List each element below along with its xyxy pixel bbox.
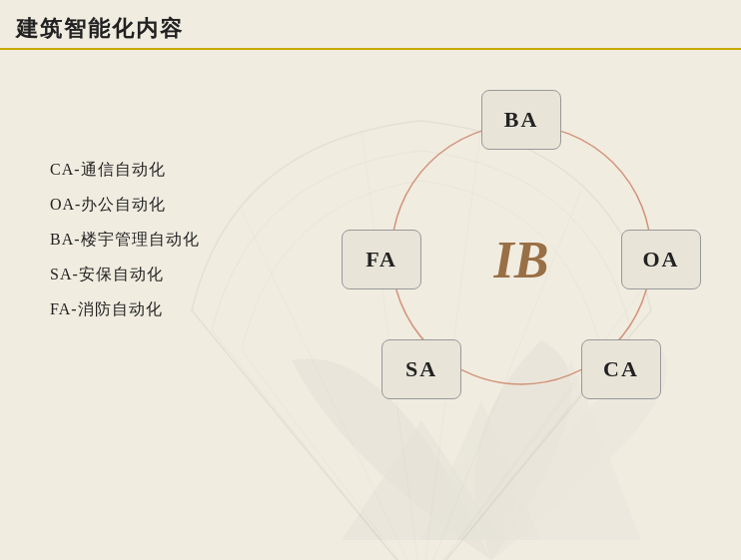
slide: 建筑智能化内容 CA-通信自动化 OA-办公自动化 BA-楼宇管理自动化 SA-… <box>0 0 741 560</box>
ib-diagram: IB BA OA CA SA FA <box>332 70 711 449</box>
legend-item-fa: FA-消防自动化 <box>50 299 200 320</box>
legend-item-ba: BA-楼宇管理自动化 <box>50 230 200 251</box>
legend-item-sa: SA-安保自动化 <box>50 265 200 285</box>
ib-center-text: IB <box>494 231 549 289</box>
legend-item-oa: OA-办公自动化 <box>50 195 200 216</box>
node-sa: SA <box>381 339 461 399</box>
node-oa: OA <box>621 230 701 289</box>
top-divider <box>0 48 741 50</box>
node-ba: BA <box>481 90 561 150</box>
legend: CA-通信自动化 OA-办公自动化 BA-楼宇管理自动化 SA-安保自动化 FA… <box>50 160 200 320</box>
page-title: 建筑智能化内容 <box>16 14 184 44</box>
node-ca: CA <box>581 339 661 399</box>
legend-item-ca: CA-通信自动化 <box>50 160 200 181</box>
node-fa: FA <box>342 230 421 289</box>
